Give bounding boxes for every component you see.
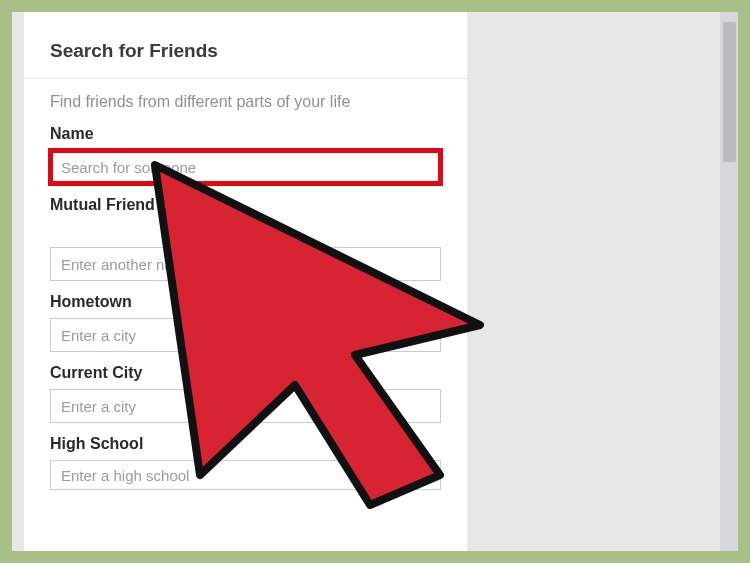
name-input[interactable] <box>50 150 441 184</box>
field-label-high-school: High School <box>50 435 441 453</box>
scrollbar-thumb[interactable] <box>723 22 736 162</box>
current-city-input[interactable] <box>50 389 441 423</box>
field-label-current-city: Current City <box>50 364 441 382</box>
field-name: Name <box>50 125 441 184</box>
scrollbar-track[interactable] <box>720 12 738 551</box>
field-current-city: Current City <box>50 364 441 423</box>
content-frame: Search for Friends Find friends from dif… <box>12 12 738 551</box>
panel-divider <box>24 78 467 79</box>
obscured-content <box>50 221 441 239</box>
field-mutual-friend: Mutual Friend <box>50 196 441 281</box>
field-label-hometown: Hometown <box>50 293 441 311</box>
field-hometown: Hometown <box>50 293 441 352</box>
search-friends-panel: Search for Friends Find friends from dif… <box>24 12 467 551</box>
hometown-input[interactable] <box>50 318 441 352</box>
panel-subtitle: Find friends from different parts of you… <box>50 93 441 111</box>
field-label-name: Name <box>50 125 441 143</box>
field-label-mutual: Mutual Friend <box>50 196 441 214</box>
panel-title: Search for Friends <box>50 40 441 62</box>
mutual-friend-input[interactable] <box>50 247 441 281</box>
field-high-school: High School <box>50 435 441 490</box>
high-school-input[interactable] <box>50 460 441 490</box>
